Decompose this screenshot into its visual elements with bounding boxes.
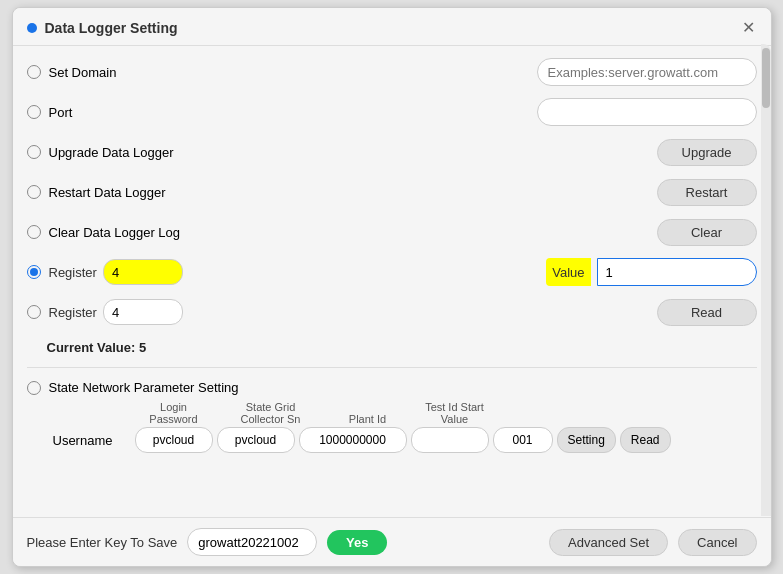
advanced-set-button[interactable]: Advanced Set bbox=[549, 529, 668, 556]
clear-right: Clear bbox=[237, 219, 757, 246]
close-button[interactable]: ✕ bbox=[740, 18, 757, 37]
restart-right: Restart bbox=[237, 179, 757, 206]
clear-row: Clear Data Logger Log Clear bbox=[27, 216, 757, 248]
set-domain-row: Set Domain bbox=[27, 56, 757, 88]
register-read-field: Register bbox=[49, 299, 237, 325]
register-read-input[interactable] bbox=[103, 299, 183, 325]
dialog: Data Logger Setting ✕ Set Domain Port bbox=[12, 7, 772, 567]
clear-radio[interactable] bbox=[27, 225, 41, 239]
state-network-header-row: State Network Parameter Setting bbox=[27, 380, 757, 395]
port-label-container: Port bbox=[27, 105, 237, 120]
register-read-label: Register bbox=[49, 305, 97, 320]
restart-row: Restart Data Logger Restart bbox=[27, 176, 757, 208]
scrollbar-thumb bbox=[762, 48, 770, 108]
upgrade-row: Upgrade Data Logger Upgrade bbox=[27, 136, 757, 168]
col-header-test-id: Test Id StartValue bbox=[411, 401, 499, 425]
test-id-input[interactable] bbox=[493, 427, 553, 453]
read-button[interactable]: Read bbox=[657, 299, 757, 326]
register-write-row: Register Value bbox=[27, 256, 757, 288]
register-write-radio[interactable] bbox=[27, 265, 41, 279]
register-write-field: Register bbox=[49, 259, 237, 285]
radio-inner bbox=[30, 268, 38, 276]
port-row: Port bbox=[27, 96, 757, 128]
password-input[interactable] bbox=[217, 427, 295, 453]
register-write-input[interactable] bbox=[103, 259, 183, 285]
restart-radio[interactable] bbox=[27, 185, 41, 199]
register-write-label-container: Register bbox=[27, 259, 237, 285]
state-read-button[interactable]: Read bbox=[620, 427, 671, 453]
set-domain-label-container: Set Domain bbox=[27, 65, 237, 80]
title-dot-icon bbox=[27, 23, 37, 33]
upgrade-right: Upgrade bbox=[237, 139, 757, 166]
clear-label-container: Clear Data Logger Log bbox=[27, 225, 237, 240]
state-setting-button[interactable]: Setting bbox=[557, 427, 616, 453]
restart-button[interactable]: Restart bbox=[657, 179, 757, 206]
divider bbox=[27, 367, 757, 368]
port-radio[interactable] bbox=[27, 105, 41, 119]
set-domain-radio[interactable] bbox=[27, 65, 41, 79]
username-input[interactable] bbox=[135, 427, 213, 453]
register-read-row: Register Read bbox=[27, 296, 757, 328]
register-read-right: Read bbox=[237, 299, 757, 326]
value-input[interactable] bbox=[597, 258, 757, 286]
scrollbar-track[interactable] bbox=[761, 44, 771, 516]
register-write-right: Value bbox=[237, 258, 757, 286]
clear-button[interactable]: Clear bbox=[657, 219, 757, 246]
toggle-yes-button[interactable]: Yes bbox=[327, 530, 387, 555]
current-value-label: Current Value: bbox=[47, 340, 136, 355]
state-network-label: State Network Parameter Setting bbox=[49, 380, 239, 395]
port-input[interactable] bbox=[537, 98, 757, 126]
state-network-section: State Network Parameter Setting LoginPas… bbox=[27, 376, 757, 453]
dialog-body: Set Domain Port Upgrade Data Logger Up bbox=[13, 46, 771, 517]
upgrade-button[interactable]: Upgrade bbox=[657, 139, 757, 166]
set-domain-input[interactable] bbox=[537, 58, 757, 86]
current-value-row: Current Value: 5 bbox=[27, 336, 757, 359]
clear-label: Clear Data Logger Log bbox=[49, 225, 181, 240]
value-container: Value bbox=[546, 258, 756, 286]
set-domain-label: Set Domain bbox=[49, 65, 117, 80]
restart-label: Restart Data Logger bbox=[49, 185, 166, 200]
col-header-plant-id: Plant Id bbox=[329, 413, 407, 425]
restart-label-container: Restart Data Logger bbox=[27, 185, 237, 200]
upgrade-label: Upgrade Data Logger bbox=[49, 145, 174, 160]
set-domain-right bbox=[237, 58, 757, 86]
key-input[interactable] bbox=[187, 528, 317, 556]
username-label: Username bbox=[53, 433, 131, 448]
dialog-header: Data Logger Setting ✕ bbox=[13, 8, 771, 46]
collector-sn-input[interactable] bbox=[299, 427, 407, 453]
register-write-label: Register bbox=[49, 265, 97, 280]
current-value: 5 bbox=[139, 340, 146, 355]
upgrade-radio[interactable] bbox=[27, 145, 41, 159]
dialog-footer: Please Enter Key To Save Yes Advanced Se… bbox=[13, 517, 771, 566]
cancel-button[interactable]: Cancel bbox=[678, 529, 756, 556]
port-label: Port bbox=[49, 105, 73, 120]
state-network-radio[interactable] bbox=[27, 381, 41, 395]
plant-id-input[interactable] bbox=[411, 427, 489, 453]
upgrade-label-container: Upgrade Data Logger bbox=[27, 145, 237, 160]
port-right bbox=[237, 98, 757, 126]
col-header-state-grid: State GridCollector Sn bbox=[217, 401, 325, 425]
register-read-radio[interactable] bbox=[27, 305, 41, 319]
col-header-login: LoginPassword bbox=[135, 401, 213, 425]
value-label: Value bbox=[546, 258, 590, 286]
dialog-title: Data Logger Setting bbox=[45, 20, 740, 36]
register-read-label-container: Register bbox=[27, 299, 237, 325]
footer-label: Please Enter Key To Save bbox=[27, 535, 178, 550]
